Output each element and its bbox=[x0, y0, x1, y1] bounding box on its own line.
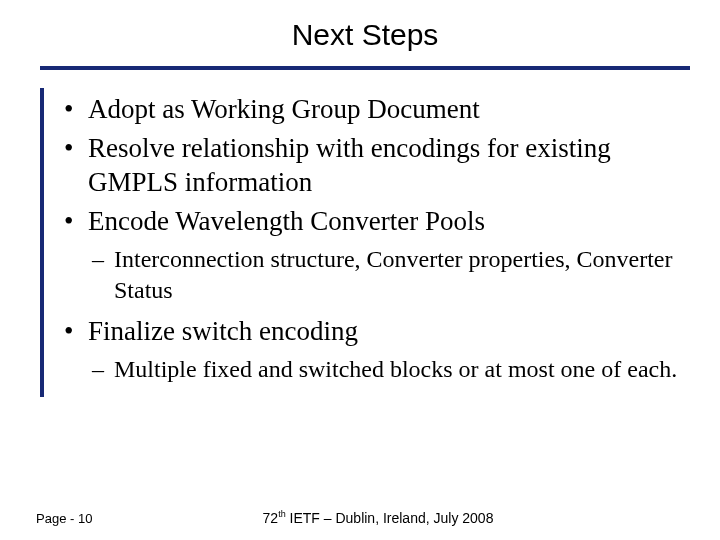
bullet-item: Finalize switch encoding Multiple fixed … bbox=[62, 314, 690, 385]
page-number: Page - 10 bbox=[36, 511, 166, 526]
sub-list: Multiple fixed and switched blocks or at… bbox=[88, 354, 690, 385]
bullet-item: Encode Wavelength Converter Pools Interc… bbox=[62, 204, 690, 306]
sub-item: Multiple fixed and switched blocks or at… bbox=[88, 354, 690, 385]
venue-prefix: 72 bbox=[263, 510, 279, 526]
sub-list: Interconnection structure, Converter pro… bbox=[88, 244, 690, 305]
footer: Page - 10 72th IETF – Dublin, Ireland, J… bbox=[0, 509, 720, 526]
sub-item: Interconnection structure, Converter pro… bbox=[88, 244, 690, 305]
bullet-text: Finalize switch encoding bbox=[88, 316, 358, 346]
venue-text: 72th IETF – Dublin, Ireland, July 2008 bbox=[166, 509, 720, 526]
slide-title: Next Steps bbox=[40, 18, 690, 52]
bullet-text: Encode Wavelength Converter Pools bbox=[88, 206, 485, 236]
bullet-item: Adopt as Working Group Document bbox=[62, 92, 690, 127]
bullet-list: Adopt as Working Group Document Resolve … bbox=[62, 92, 690, 385]
venue-rest: IETF – Dublin, Ireland, July 2008 bbox=[286, 510, 494, 526]
slide: Next Steps Adopt as Working Group Docume… bbox=[0, 0, 720, 540]
title-rule bbox=[40, 66, 690, 70]
content-block: Adopt as Working Group Document Resolve … bbox=[40, 88, 690, 397]
venue-ordinal: th bbox=[278, 509, 286, 519]
bullet-item: Resolve relationship with encodings for … bbox=[62, 131, 690, 200]
